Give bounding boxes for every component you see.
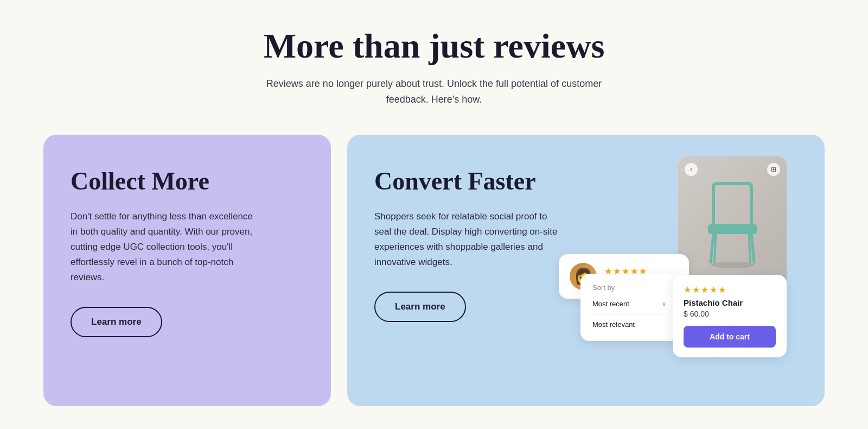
sort-option-most-recent[interactable]: Most recent ∨	[592, 297, 666, 311]
product-star-1: ★	[684, 285, 691, 295]
product-star-5: ★	[718, 285, 726, 295]
product-stars-row: ★ ★ ★ ★ ★	[684, 285, 776, 295]
sort-option-most-recent-label: Most recent	[592, 300, 629, 308]
collect-more-title: Collect More	[71, 167, 304, 196]
sort-widget-card: Sort by Most recent ∨ Most relevant	[580, 274, 678, 341]
product-name: Pistachio Chair	[684, 298, 776, 307]
product-star-2: ★	[692, 285, 700, 295]
sort-divider	[592, 314, 666, 314]
add-to-cart-button[interactable]: Add to cart	[684, 326, 776, 348]
sort-chevron-icon: ∨	[662, 300, 666, 307]
page-title: More than just reviews	[244, 27, 624, 65]
convert-faster-learn-more-button[interactable]: Learn more	[374, 292, 466, 322]
collect-more-learn-more-button[interactable]: Learn more	[71, 307, 162, 337]
product-price: $ 60.00	[684, 310, 776, 318]
svg-rect-0	[713, 184, 751, 227]
product-detail-card: ★ ★ ★ ★ ★ Pistachio Chair $ 60.00 Add to…	[673, 275, 787, 357]
convert-faster-description: Shoppers seek for relatable social proof…	[374, 209, 559, 270]
sort-option-most-relevant-label: Most relevant	[592, 320, 635, 329]
header-section: More than just reviews Reviews are no lo…	[244, 27, 624, 108]
page-subtitle: Reviews are no longer purely about trust…	[244, 76, 624, 108]
chair-illustration	[697, 173, 768, 270]
convert-faster-title: Convert Faster	[374, 167, 602, 196]
image-nav-right-button[interactable]: ⊞	[767, 163, 780, 176]
product-star-3: ★	[701, 285, 709, 295]
convert-faster-card: Convert Faster Shoppers seek for relatab…	[347, 135, 825, 406]
product-image-inner: ‹ ⊞	[678, 156, 787, 287]
svg-line-2	[711, 234, 713, 262]
sort-by-label: Sort by	[592, 283, 666, 292]
svg-point-6	[711, 262, 754, 268]
sort-option-most-relevant[interactable]: Most relevant	[592, 318, 666, 331]
product-star-4: ★	[710, 285, 717, 295]
convert-faster-visual: ‹ ⊞ 👩 ★ ★ ★ ★ ★ Amazing!	[602, 167, 797, 374]
product-image-card: ‹ ⊞	[678, 156, 787, 287]
image-nav-left-button[interactable]: ‹	[685, 163, 698, 176]
collect-more-card: Collect More Don't settle for anything l…	[43, 135, 331, 406]
collect-more-description: Don't settle for anything less than exce…	[71, 209, 255, 285]
cards-container: Collect More Don't settle for anything l…	[43, 135, 825, 406]
svg-line-3	[751, 234, 754, 262]
